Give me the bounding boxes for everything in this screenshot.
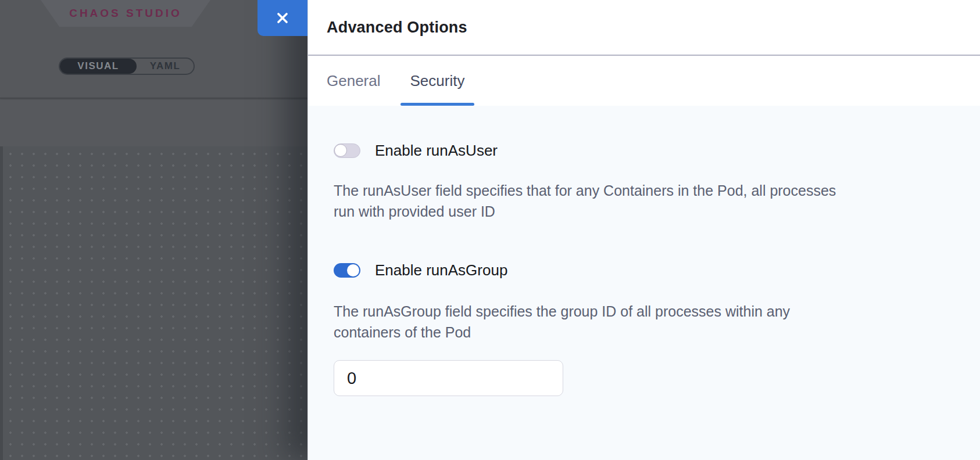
drawer-tabs: General Security bbox=[308, 56, 980, 106]
close-icon bbox=[275, 10, 290, 26]
run-as-user-toggle[interactable] bbox=[334, 143, 360, 158]
yaml-toggle-button[interactable]: YAML bbox=[137, 59, 194, 74]
toggle-knob bbox=[334, 144, 347, 157]
chaos-studio-logo-text: CHAOS STUDIO bbox=[69, 7, 182, 20]
tab-security[interactable]: Security bbox=[400, 56, 475, 106]
run-as-group-value-input[interactable] bbox=[334, 360, 563, 396]
toggle-knob bbox=[347, 264, 359, 276]
drawer-title: Advanced Options bbox=[327, 19, 467, 37]
description-line: The runAsUser field specifies that for a… bbox=[334, 180, 954, 201]
run-as-user-description: The runAsUser field specifies that for a… bbox=[334, 180, 954, 222]
run-as-group-description: The runAsGroup field specifies the group… bbox=[334, 301, 954, 343]
run-as-group-toggle[interactable] bbox=[334, 263, 360, 278]
advanced-options-drawer: Advanced Options General Security Enable… bbox=[307, 0, 980, 460]
tab-general[interactable]: General bbox=[317, 56, 391, 106]
close-drawer-button[interactable] bbox=[257, 0, 307, 36]
chaos-studio-logo-badge: CHAOS STUDIO bbox=[41, 0, 210, 27]
drawer-header: Advanced Options bbox=[308, 0, 980, 56]
run-as-group-label: Enable runAsGroup bbox=[375, 261, 507, 279]
run-as-user-row: Enable runAsUser bbox=[334, 143, 954, 158]
run-as-group-row: Enable runAsGroup bbox=[334, 263, 954, 278]
description-line: run with provided user ID bbox=[334, 201, 954, 222]
visual-toggle-button[interactable]: VISUAL bbox=[60, 59, 137, 74]
description-line: The runAsGroup field specifies the group… bbox=[334, 301, 954, 322]
description-line: containers of the Pod bbox=[334, 322, 954, 343]
run-as-user-label: Enable runAsUser bbox=[375, 142, 498, 160]
visual-yaml-toggle: VISUAL YAML bbox=[59, 58, 195, 75]
canvas-left-edge bbox=[0, 146, 3, 460]
security-tab-content: Enable runAsUser The runAsUser field spe… bbox=[308, 106, 980, 460]
